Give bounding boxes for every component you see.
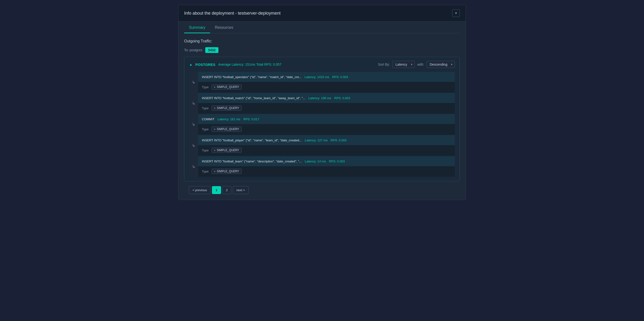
query-rps-4: RPS: 0.003 <box>329 160 345 163</box>
postgres-section: ▲ POSTGRES Average Latency: 151ms Total … <box>184 57 460 181</box>
query-header-4[interactable]: INSERT INTO "football_team" ("name", "de… <box>198 156 455 166</box>
query-item-0: ↳ INSERT INTO "football_spectator" ("id"… <box>189 72 455 92</box>
query-main-1: INSERT INTO "football_match" ("id", "hom… <box>198 93 455 114</box>
type-badge-2[interactable]: ▾ SIMPLE_QUERY <box>212 126 242 132</box>
query-rps-2: RPS: 0.017 <box>243 117 260 121</box>
page-1-button[interactable]: 1 <box>212 186 221 194</box>
query-text-2: COMMIT <box>202 117 214 121</box>
query-header-0[interactable]: INSERT INTO "football_spectator" ("id", … <box>198 72 455 82</box>
postgres-stats: Average Latency: 151ms Total RPS: 0.057 <box>218 62 281 66</box>
sort-select[interactable]: Latency RPS <box>392 61 415 68</box>
order-select-wrapper: Descending Ascending <box>426 61 455 68</box>
query-main-2: COMMIT Latency: 161 ms RPS: 0.017 Type ▾… <box>198 114 455 135</box>
tab-resources[interactable]: Resources <box>210 21 238 33</box>
modal-body: Summary Resources Outgoing Traffic: To: … <box>178 21 466 200</box>
sort-by-label: Sort By: <box>378 62 390 66</box>
type-chevron-4: ▾ <box>214 170 215 173</box>
query-arrow-3: ↳ <box>189 135 198 156</box>
port-badge: 5432 <box>205 47 218 53</box>
query-rps-1: RPS: 0.003 <box>334 96 350 100</box>
order-select[interactable]: Descending Ascending <box>426 61 455 68</box>
modal-title: Info about the deployment - testserver-d… <box>184 11 280 16</box>
query-latency-3: Latency: 127 ms <box>305 138 328 142</box>
query-latency-1: Latency: 196 ms <box>308 96 331 100</box>
tab-bar: Summary Resources <box>184 21 460 33</box>
type-label-1: Type <box>202 106 208 110</box>
sort-row: Sort By: Latency RPS with: Descending As… <box>378 61 455 68</box>
type-badge-4[interactable]: ▾ SIMPLE_QUERY <box>212 169 242 174</box>
query-main-0: INSERT INTO "football_spectator" ("id", … <box>198 72 455 92</box>
sort-select-wrapper: Latency RPS <box>392 61 415 68</box>
outgoing-traffic-label: Outgoing Traffic: <box>184 39 460 43</box>
type-badge-3[interactable]: ▾ SIMPLE_QUERY <box>212 148 242 153</box>
expand-icon[interactable]: ▲ <box>189 62 192 66</box>
query-item-2: ↳ COMMIT Latency: 161 ms RPS: 0.017 Type… <box>189 114 455 135</box>
query-latency-4: Latency: 14 ms <box>305 160 326 163</box>
query-rps-3: RPS: 0.003 <box>331 138 347 142</box>
postgres-name: POSTGRES <box>196 62 215 67</box>
modal-header: Info about the deployment - testserver-d… <box>178 5 466 21</box>
type-chevron-1: ▾ <box>214 107 215 109</box>
type-label-4: Type <box>202 170 208 173</box>
type-chevron-0: ▾ <box>214 86 215 88</box>
pagination: < previous 1 2 next > <box>184 186 460 194</box>
query-details-0: Type ▾ SIMPLE_QUERY <box>198 82 455 92</box>
type-badge-1[interactable]: ▾ SIMPLE_QUERY <box>212 105 242 111</box>
postgres-title-row: ▲ POSTGRES Average Latency: 151ms Total … <box>189 62 282 67</box>
query-item-3: ↳ INSERT INTO "football_player" ("id", "… <box>189 135 455 156</box>
query-header-1[interactable]: INSERT INTO "football_match" ("id", "hom… <box>198 93 455 103</box>
query-details-3: Type ▾ SIMPLE_QUERY <box>198 145 455 156</box>
query-latency-0: Latency: 1415 ms <box>304 75 329 79</box>
type-chevron-3: ▾ <box>214 149 215 152</box>
query-latency-2: Latency: 161 ms <box>218 117 240 121</box>
type-badge-0[interactable]: ▾ SIMPLE_QUERY <box>212 84 242 90</box>
query-header-2[interactable]: COMMIT Latency: 161 ms RPS: 0.017 <box>198 114 455 124</box>
next-button[interactable]: next > <box>233 186 249 194</box>
query-item-1: ↳ INSERT INTO "football_match" ("id", "h… <box>189 93 455 114</box>
port-label: To: postgres <box>184 48 202 52</box>
query-item-4: ↳ INSERT INTO "football_team" ("name", "… <box>189 156 455 177</box>
postgres-header: ▲ POSTGRES Average Latency: 151ms Total … <box>189 61 455 68</box>
query-text-1: INSERT INTO "football_match" ("id", "hom… <box>202 96 306 100</box>
query-arrow-2: ↳ <box>189 114 198 135</box>
query-details-1: Type ▾ SIMPLE_QUERY <box>198 103 455 114</box>
query-details-4: Type ▾ SIMPLE_QUERY <box>198 166 455 177</box>
query-text-0: INSERT INTO "football_spectator" ("id", … <box>202 75 302 79</box>
query-main-3: INSERT INTO "football_player" ("id", "na… <box>198 135 455 156</box>
query-arrow-4: ↳ <box>189 156 198 177</box>
type-chevron-2: ▾ <box>214 128 215 131</box>
query-text-4: INSERT INTO "football_team" ("name", "de… <box>202 160 302 163</box>
query-arrow-0: ↳ <box>189 72 198 92</box>
deployment-info-modal: Info about the deployment - testserver-d… <box>178 5 466 200</box>
with-label: with: <box>417 62 424 66</box>
query-rps-0: RPS: 0.003 <box>332 75 348 79</box>
query-text-3: INSERT INTO "football_player" ("id", "na… <box>202 138 302 142</box>
type-label-2: Type <box>202 127 208 131</box>
type-label-3: Type <box>202 149 208 152</box>
tab-summary[interactable]: Summary <box>184 21 210 33</box>
port-row: To: postgres 5432 <box>184 47 460 53</box>
previous-button[interactable]: < previous <box>189 186 210 194</box>
query-header-3[interactable]: INSERT INTO "football_player" ("id", "na… <box>198 135 455 145</box>
query-list: ↳ INSERT INTO "football_spectator" ("id"… <box>189 72 455 177</box>
query-main-4: INSERT INTO "football_team" ("name", "de… <box>198 156 455 177</box>
close-button[interactable]: × <box>452 9 460 17</box>
query-arrow-1: ↳ <box>189 93 198 114</box>
query-details-2: Type ▾ SIMPLE_QUERY <box>198 124 455 135</box>
page-2-button[interactable]: 2 <box>222 186 231 194</box>
type-label-0: Type <box>202 85 208 89</box>
